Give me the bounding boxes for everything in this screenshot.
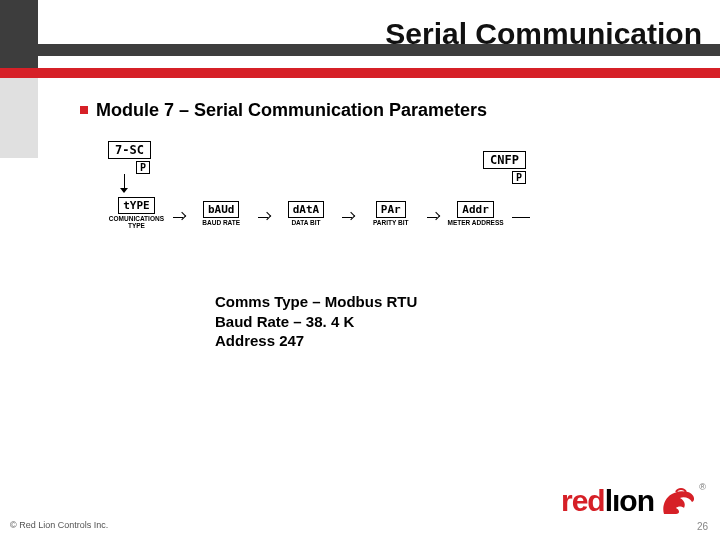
param-label: PARITY BIT [373,219,409,226]
value-comms-type: Comms Type – Modbus RTU [215,292,417,312]
value-baud-rate: Baud Rate – 38. 4 K [215,312,417,332]
bullet-item: Module 7 – Serial Communication Paramete… [80,100,700,121]
footer-copyright: © Red Lion Controls Inc. [10,520,108,530]
p-key-icon: P [512,171,526,184]
diagram-param-row: tYPE COMUNICATIONS TYPE bAUd BAUD RATE d… [100,197,530,229]
arrow-down-icon [124,174,125,188]
param-data: dAtA DATA BIT [270,201,343,226]
left-gray-block [0,78,38,158]
header: Serial Communication [0,0,720,68]
arrowhead-down-icon [120,188,128,193]
param-lcd: tYPE [118,197,155,214]
content-area: Module 7 – Serial Communication Paramete… [80,100,700,229]
param-lcd: PAr [376,201,406,218]
param-baud: bAUd BAUD RATE [185,201,258,226]
param-parity: PAr PARITY BIT [354,201,427,226]
redlion-logo: red lıon ® [561,484,698,518]
param-lcd: bAUd [203,201,240,218]
param-label: COMUNICATIONS TYPE [100,215,173,229]
logo-lion-text: lıon [605,484,654,518]
param-lcd: dAtA [288,201,325,218]
value-address: Address 247 [215,331,417,351]
bullet-square-icon [80,106,88,114]
param-type: tYPE COMUNICATIONS TYPE [100,197,173,229]
param-addr: Addr METER ADDRESS [439,201,512,226]
values-block: Comms Type – Modbus RTU Baud Rate – 38. … [215,292,417,351]
header-red-band [0,68,720,78]
diagram-end-box: CNFP [483,151,526,169]
logo-red-text: red [561,484,605,518]
lion-icon [658,484,698,518]
param-label: BAUD RATE [202,219,240,226]
diagram-start-box: 7-SC [108,141,151,159]
param-label: METER ADDRESS [448,219,504,226]
param-label: DATA BIT [291,219,320,226]
p-key-icon: P [136,161,150,174]
flow-diagram: 7-SC P CNFP P tYPE COMUNICATIONS TYPE [100,141,530,229]
registered-icon: ® [699,482,706,492]
param-lcd: Addr [457,201,494,218]
diagram-top-row: 7-SC P CNFP P [100,141,530,193]
page-number: 26 [697,521,708,532]
connector-line [512,217,530,218]
header-dark-band [0,44,720,56]
bullet-text: Module 7 – Serial Communication Paramete… [96,100,487,121]
